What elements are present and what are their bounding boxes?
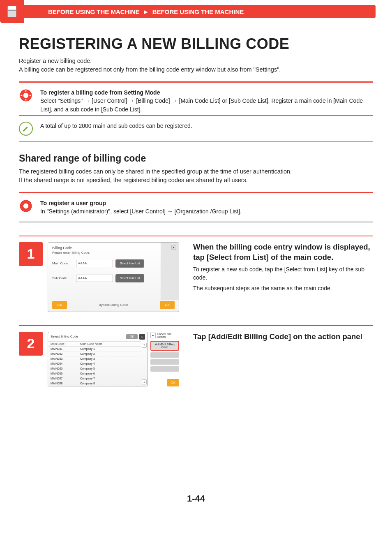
svg-rect-2: [25, 99, 27, 101]
step-number: 1: [19, 242, 43, 266]
table-row[interactable]: MAIN002Company 2: [48, 352, 141, 356]
ok-button[interactable]: OK: [160, 301, 175, 309]
table-row[interactable]: MAIN001Company 1: [48, 347, 141, 352]
page-header: BEFORE USING THE MACHINE ► BEFORE USING …: [0, 0, 392, 23]
gear-icon: [19, 88, 33, 102]
sub-code-input[interactable]: AAAA: [76, 275, 113, 282]
breadcrumb-right: BEFORE USING THE MACHINE: [152, 8, 244, 15]
note-total-limit: A total of up to 2000 main and sub codes…: [40, 122, 192, 130]
select-from-list-main-button[interactable]: Select from List: [115, 259, 144, 268]
note-register-user-group: To register a user group In "Settings (a…: [40, 199, 242, 216]
select-from-list-sub-button[interactable]: Select from List: [115, 274, 144, 282]
table-row[interactable]: MAIN003Company 3: [48, 356, 141, 361]
panel-title: Billing Code: [48, 243, 179, 251]
page-title: REGISTERING A NEW BILLING CODE: [19, 35, 373, 53]
add-edit-billing-code-button[interactable]: Add/Edit Billing Code: [150, 341, 179, 351]
section-shared-range-body: The registered billing codes can only be…: [19, 167, 373, 185]
note3-body: In "Settings (administrator)", select [U…: [40, 208, 242, 215]
table-row[interactable]: MAIN008Company 8: [48, 381, 141, 386]
table-row[interactable]: MAIN005Company 5: [48, 366, 141, 371]
ca-button[interactable]: CA: [52, 301, 67, 309]
step1-heading: When the billing code entry window is di…: [193, 242, 373, 263]
table-row[interactable]: MAIN007Company 7: [48, 376, 141, 381]
cancel-and-return-button[interactable]: Cancel and Return: [157, 332, 179, 339]
slide-icon[interactable]: ▸: [171, 245, 176, 250]
sub-code-label: Sub Code: [52, 276, 74, 280]
note1-body: Select "Settings" → [User Control] → [Bi…: [40, 97, 363, 112]
step2-heading: Tap [Add/Edit Billing Code] on the actio…: [193, 332, 373, 342]
action-item[interactable]: [150, 366, 179, 372]
billing-code-entry-panel: ▸ Billing Code Please enter Billing Code…: [48, 242, 179, 312]
main-code-label: Main Code: [52, 261, 74, 265]
svg-rect-1: [25, 90, 27, 92]
step1-p1: To register a new sub code, tap the [Sel…: [193, 266, 373, 282]
col-main-code-name[interactable]: Main Code Name: [80, 342, 102, 345]
intro-text: Register a new billing code. A billing c…: [19, 57, 373, 74]
breadcrumb-left: BEFORE USING THE MACHINE: [48, 8, 140, 15]
note1-heading: To register a billing code from Setting …: [40, 89, 160, 96]
scroll-bottom-icon[interactable]: ⤓: [142, 379, 147, 384]
step-number: 2: [19, 332, 43, 356]
main-code-input[interactable]: AAAA: [76, 260, 113, 267]
note-register-setting-mode: To register a billing code from Setting …: [40, 88, 373, 113]
search-icon[interactable]: ⌕: [139, 334, 145, 340]
panel2-title: Select Billing Code: [51, 335, 78, 338]
chapter-tab: [0, 0, 24, 23]
panel-subtitle: Please enter Billing Code.: [48, 251, 179, 258]
action-item[interactable]: [150, 352, 179, 358]
gear-icon: [19, 199, 33, 213]
action-item[interactable]: [150, 359, 179, 365]
intro-line1: Register a new billing code.: [19, 57, 373, 65]
svg-rect-4: [30, 95, 31, 96]
page-number: 1-44: [19, 493, 373, 504]
note3-heading: To register a user group: [40, 200, 106, 206]
intro-line2: A billing code can be registered not onl…: [19, 65, 373, 74]
bypass-billing-code-button[interactable]: Bypass Billing Code: [99, 303, 128, 307]
ca-button[interactable]: CA: [167, 379, 179, 386]
table-row[interactable]: MAIN006Company 6: [48, 371, 141, 376]
select-billing-code-panel: Select Billing Code OK ⌕ Main Code ↑ Mai…: [48, 332, 179, 386]
section-shared-range-heading: Shared range of billing code: [19, 153, 373, 164]
scroll-top-icon[interactable]: ⤒: [142, 343, 147, 348]
ok-head-button[interactable]: OK: [126, 334, 138, 339]
col-main-code[interactable]: Main Code ↑: [51, 342, 80, 345]
step-2: 2 Select Billing Code OK ⌕: [19, 326, 373, 386]
breadcrumb-sep: ►: [143, 8, 149, 15]
book-icon: [7, 6, 16, 17]
svg-rect-3: [21, 95, 23, 96]
breadcrumb: BEFORE USING THE MACHINE ► BEFORE USING …: [23, 5, 376, 18]
slide-icon[interactable]: ▸: [150, 333, 156, 338]
table-row[interactable]: MAIN004Company 4: [48, 361, 141, 366]
pencil-icon: [19, 122, 33, 136]
step1-p2: The subsequent steps are the same as the…: [193, 284, 373, 293]
step-1: 1 ▸ Billing Code Please enter Billing Co…: [19, 236, 373, 312]
